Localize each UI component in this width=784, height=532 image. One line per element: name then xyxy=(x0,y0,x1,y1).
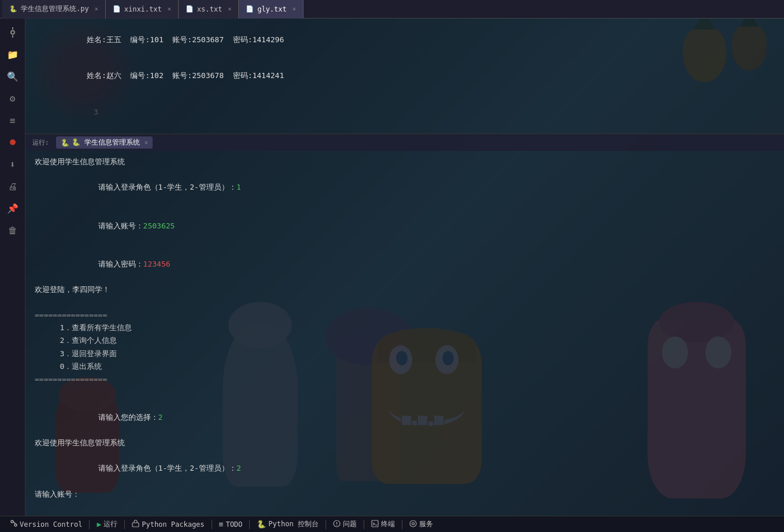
editor-area: 姓名:王五 编号:101 账号:2503687 密码:1414296 姓名:赵六… xyxy=(25,19,784,516)
run-line-account-prompt-2: 请输入账号： xyxy=(35,488,775,501)
run-line-welcome-2: 欢迎使用学生信息管理系统 xyxy=(35,437,775,449)
console-icon: 🐍 xyxy=(257,520,266,529)
ide-window: 🐍 学生信息管理系统.py × 📄 xinxi.txt × 📄 xs.txt ×… xyxy=(0,0,784,532)
services-icon xyxy=(409,520,417,529)
status-sep-7 xyxy=(402,520,402,529)
run-line-password-prompt: 请输入密码：123456 xyxy=(35,245,775,283)
python-icon: 🐍 xyxy=(9,5,17,13)
tab-close-xs[interactable]: × xyxy=(228,6,231,12)
python-run-icon: 🐍 xyxy=(61,139,69,147)
txt-icon-2: 📄 xyxy=(186,5,194,13)
tab-xinxi[interactable]: 📄 xinxi.txt × xyxy=(106,0,179,19)
run-line-role-prompt: 请输入登录角色（1-学生，2-管理员）：1 xyxy=(35,168,775,206)
status-version-control[interactable]: Version Control xyxy=(5,516,88,532)
run-tab-main[interactable]: 🐍 🐍 学生信息管理系统 × xyxy=(56,136,153,149)
run-tab-close[interactable]: × xyxy=(145,139,148,146)
run-line-welcome-msg: 欢迎登陆，李四同学！ xyxy=(35,283,775,296)
run-header: 运行: 🐍 🐍 学生信息管理系统 × xyxy=(25,134,784,151)
file-line-3: 3 xyxy=(32,94,777,130)
svg-point-13 xyxy=(410,520,416,527)
status-bar: Version Control ▶ 运行 Python Packages ≡ T… xyxy=(0,516,784,532)
run-line-menu-3: 3．退回登录界面 xyxy=(35,348,775,360)
svg-point-9 xyxy=(336,524,338,526)
run-line-choice-prompt: 请输入您的选择：2 xyxy=(35,398,775,437)
file-line-2: 姓名:赵六 编号:102 账号:2503678 密码:1414241 xyxy=(32,58,777,94)
sidebar-icon-folder[interactable]: 📁 xyxy=(3,45,22,64)
run-line-sep-2: ================ xyxy=(35,373,775,386)
status-sep-4 xyxy=(249,520,250,529)
status-python-packages[interactable]: Python Packages xyxy=(126,516,210,532)
status-todo[interactable]: ≡ TODO xyxy=(213,516,249,532)
tab-close-xinxi[interactable]: × xyxy=(168,6,171,12)
run-panel: 运行: 🐍 🐍 学生信息管理系统 × 欢迎使用学生信息管理系统 请输入登录角色（… xyxy=(25,134,784,516)
svg-point-12 xyxy=(412,522,414,524)
sidebar-icon-settings[interactable]: ⚙ xyxy=(3,89,22,108)
status-sep-3 xyxy=(212,520,212,529)
file-line-1: 姓名:王五 编号:101 账号:2503687 密码:1414296 xyxy=(32,22,777,58)
todo-icon: ≡ xyxy=(219,520,224,529)
version-control-icon xyxy=(10,520,17,529)
status-sep-2 xyxy=(124,520,125,529)
svg-point-4 xyxy=(14,524,17,526)
tab-close-gly[interactable]: × xyxy=(293,6,296,12)
status-sep-6 xyxy=(364,520,364,529)
status-sep-5 xyxy=(326,520,326,529)
tab-gly[interactable]: 📄 gly.txt × xyxy=(239,0,304,19)
sidebar-icon-pin[interactable]: 📌 xyxy=(3,199,22,217)
status-services[interactable]: 服务 xyxy=(404,516,439,532)
run-line-account-prompt: 请输入账号：2503625 xyxy=(35,207,775,245)
status-terminal[interactable]: 终端 xyxy=(365,516,401,532)
run-line-menu-2: 2．查询个人信息 xyxy=(35,334,775,347)
run-line-blank-1 xyxy=(35,296,775,309)
sidebar-icon-record[interactable] xyxy=(3,133,22,152)
run-label: 运行: xyxy=(32,138,49,147)
svg-rect-6 xyxy=(132,523,139,527)
sidebar-icons: 📁 🔍 ⚙ ≡ ⬇ 🖨 📌 🗑 xyxy=(0,19,25,516)
run-content[interactable]: 欢迎使用学生信息管理系统 请输入登录角色（1-学生，2-管理员）：1 请输入账号… xyxy=(25,151,784,516)
status-run[interactable]: ▶ 运行 xyxy=(91,516,123,532)
terminal-panel: 姓名:王五 编号:101 账号:2503687 密码:1414296 姓名:赵六… xyxy=(25,19,784,516)
run-play-icon: ▶ xyxy=(97,520,101,529)
txt-icon-1: 📄 xyxy=(113,5,121,13)
svg-line-5 xyxy=(13,522,16,524)
run-line-menu-1: 1．查看所有学生信息 xyxy=(35,322,775,334)
tab-close-py[interactable]: × xyxy=(95,6,98,12)
tab-xs[interactable]: 📄 xs.txt × xyxy=(179,0,239,19)
svg-point-3 xyxy=(11,520,13,523)
svg-point-0 xyxy=(11,31,14,34)
run-line-sep-1: ================ xyxy=(35,309,775,322)
packages-icon xyxy=(132,520,139,529)
terminal-icon xyxy=(371,520,379,529)
sidebar-icon-print[interactable]: 🖨 xyxy=(3,177,22,195)
sidebar-icon-download[interactable]: ⬇ xyxy=(3,155,22,173)
sidebar-icon-search[interactable]: 🔍 xyxy=(3,67,22,86)
run-line-blank-2 xyxy=(35,386,775,398)
run-line-menu-4: 0．退出系统 xyxy=(35,360,775,373)
status-python-console[interactable]: 🐍 Python 控制台 xyxy=(251,516,324,532)
run-line-role-prompt-2: 请输入登录角色（1-学生，2-管理员）：2 xyxy=(35,449,775,487)
problems-icon xyxy=(333,520,341,529)
sidebar-icon-trash[interactable]: 🗑 xyxy=(3,221,22,239)
status-sep-1 xyxy=(89,520,90,529)
txt-icon-3: 📄 xyxy=(246,5,254,13)
sidebar-icon-menu[interactable]: ≡ xyxy=(3,111,22,130)
sidebar-icon-git[interactable] xyxy=(3,23,22,42)
tab-bar: 🐍 学生信息管理系统.py × 📄 xinxi.txt × 📄 xs.txt ×… xyxy=(0,0,784,19)
tab-py[interactable]: 🐍 学生信息管理系统.py × xyxy=(2,0,106,19)
svg-rect-10 xyxy=(372,520,378,527)
file-content-area: 姓名:王五 编号:101 账号:2503687 密码:1414296 姓名:赵六… xyxy=(25,19,784,134)
run-line-welcome-1: 欢迎使用学生信息管理系统 xyxy=(35,156,775,168)
main-area: 📁 🔍 ⚙ ≡ ⬇ 🖨 📌 🗑 xyxy=(0,19,784,516)
status-problems[interactable]: 问题 xyxy=(327,516,363,532)
